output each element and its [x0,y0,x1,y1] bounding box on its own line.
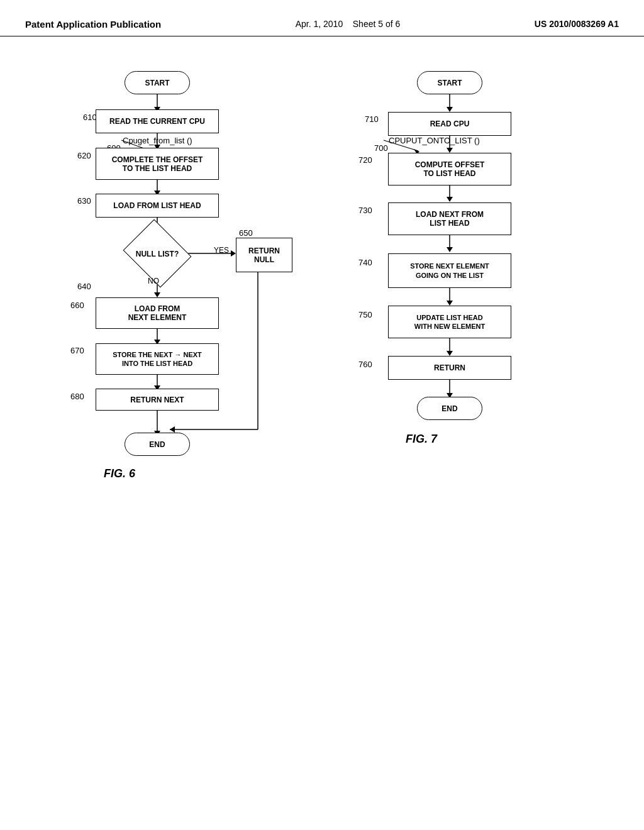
fig7-caption: FIG. 7 [406,433,437,446]
header-date: Apr. 1, 2010 [296,19,343,29]
fig6-start: START [125,71,190,94]
fig7-label-740: 740 [358,258,372,267]
fig6-node-650: RETURN NULL [236,238,292,272]
fig7-start: START [417,71,482,94]
main-content: 600 Cpuget_from_list () START 610 READ T… [0,36,644,640]
fig7-func-name: CPUPUT_ONTO_LIST () [389,136,480,145]
fig6-node-660: LOAD FROM NEXT ELEMENT [96,297,219,329]
header: Patent Application Publication Apr. 1, 2… [0,0,644,36]
svg-marker-20 [170,426,175,433]
page: Patent Application Publication Apr. 1, 2… [0,0,644,830]
fig7-node-750: UPDATE LIST HEADWITH NEW ELEMENT [388,306,511,338]
header-center: Apr. 1, 2010 Sheet 5 of 6 [296,19,401,29]
header-left: Patent Application Publication [25,19,161,30]
fig6-yes-label: YES [214,246,229,255]
svg-marker-9 [231,250,236,257]
fig6-no-label: NO [148,277,159,285]
fig6-label-680: 680 [70,392,84,401]
fig7-node-740: STORE NEXT ELEMENTGOING ON THE LIST [388,253,511,288]
fig7-label-750: 750 [358,310,372,319]
fig6-label-650: 650 [239,228,253,238]
fig6-flowchart: 600 Cpuget_from_list () START 610 READ T… [25,55,314,621]
fig7-flowchart: 700 CPUPUT_ONTO_LIST () START 710 READ C… [352,55,616,621]
fig7-label-730: 730 [358,206,372,215]
fig6-node-610: READ THE CURRENT CPU [96,109,219,133]
fig7-func-label: 700 [374,143,388,153]
fig6-node-620: COMPLETE THE OFFSET TO THE LIST HEAD [96,148,219,180]
svg-marker-26 [447,148,453,153]
fig6-end: END [125,433,190,456]
fig6-label-620: 620 [77,151,91,160]
fig6-label-630: 630 [77,196,91,206]
fig6-label-670: 670 [70,346,84,355]
header-right: US 2010/0083269 A1 [535,19,619,29]
fig7-node-760: RETURN [388,356,511,380]
svg-marker-11 [154,292,160,297]
fig7-label-760: 760 [358,360,372,369]
fig7-label-710: 710 [365,114,379,124]
svg-marker-34 [447,351,453,356]
fig6-caption: FIG. 6 [104,467,135,480]
fig6-label-660: 660 [70,301,84,310]
svg-marker-32 [447,301,453,306]
fig7-node-710: READ CPU [388,112,511,136]
header-sheet: Sheet 5 of 6 [353,19,401,29]
svg-marker-30 [447,247,453,252]
fig6-node-670: STORE THE NEXT → NEXTINTO THE LIST HEAD [96,343,219,375]
fig7-label-720: 720 [358,155,372,165]
fig7-node-720: COMPUTE OFFSET TO LIST HEAD [388,153,511,185]
fig7-end: END [417,397,482,420]
fig6-label-610: 610 [83,113,97,122]
fig6-func-name: Cpuget_from_list () [123,136,192,145]
fig6-node-680: RETURN NEXT [96,389,219,411]
fig7-node-730: LOAD NEXT FROM LIST HEAD [388,202,511,235]
svg-marker-24 [447,107,453,112]
svg-marker-28 [447,197,453,202]
fig6-label-640: 640 [77,282,91,291]
fig6-node-630: LOAD FROM LIST HEAD [96,194,219,218]
